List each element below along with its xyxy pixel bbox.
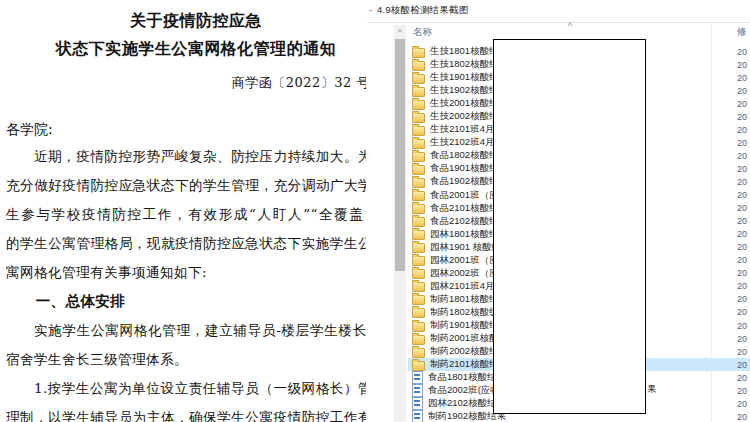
- folder-icon: [412, 48, 425, 58]
- document-line: 的学生公寓管理格局，现就疫情防控应急状态下实施学生公: [6, 229, 372, 258]
- file-modified-date: 20: [737, 399, 747, 409]
- document-body: 近期，疫情防控形势严峻复杂、防控压力持续加大。为 充分做好疫情防控应急状态下的学…: [0, 142, 392, 422]
- document-line: 理制，以学生辅导员为主体，确保学生公寓疫情防控工作有: [6, 403, 372, 422]
- file-modified-date: 20: [737, 164, 747, 174]
- file-modified-date: 20: [737, 412, 747, 422]
- file-modified-date: 20: [737, 203, 747, 213]
- folder-icon: [412, 126, 425, 136]
- covered-name-fragment: 果: [647, 383, 657, 396]
- redaction-box: [493, 39, 646, 414]
- folder-icon: [412, 204, 425, 214]
- folder-icon: [412, 61, 425, 71]
- file-modified-date: 20: [737, 60, 747, 70]
- document-line: 生参与学校疫情防控工作，有效形成“人盯人”“全覆盖”: [6, 200, 372, 229]
- folder-icon: [412, 165, 425, 175]
- column-header-name[interactable]: 名称: [413, 26, 432, 39]
- document-line: 实施学生公寓网格化管理，建立辅导员-楼层学生楼长-: [6, 316, 372, 345]
- file-modified-date: 20: [737, 229, 747, 239]
- folder-icon: [412, 230, 425, 240]
- folder-icon: [412, 243, 425, 253]
- file-modified-date: 20: [737, 294, 747, 304]
- file-modified-date: 20: [737, 242, 747, 252]
- folder-icon: [412, 217, 425, 227]
- folder-icon: [412, 269, 425, 279]
- vertical-scrollbar[interactable]: ^: [394, 25, 406, 422]
- file-modified-date: 20: [737, 73, 747, 83]
- file-modified-date: 20: [737, 347, 747, 357]
- folder-icon: [412, 87, 425, 97]
- doc-icon: [412, 384, 423, 397]
- document-line: 近期，疫情防控形势严峻复杂、防控压力持续加大。为: [6, 142, 372, 171]
- file-modified-date: 20: [737, 281, 747, 291]
- file-modified-date: 20: [737, 334, 747, 344]
- file-modified-date: 20: [737, 216, 747, 226]
- sort-ascending-icon[interactable]: ^: [568, 21, 572, 31]
- file-modified-date: 20: [737, 112, 747, 122]
- title-separator-dash: -: [369, 5, 372, 15]
- folder-icon: [412, 139, 425, 149]
- doc-icon: [412, 397, 423, 410]
- folder-icon: [412, 152, 425, 162]
- screenshot-root: 关于疫情防控应急 状态下实施学生公寓网格化管理的通知 商学函〔2022〕32 号…: [0, 0, 750, 422]
- explorer-pane: - 4.9核酸检测结果截图 ^ 名称 ^ 修 生技1801核酸结果 20 生技1…: [366, 0, 750, 422]
- file-modified-date: 20: [737, 386, 747, 396]
- file-modified-date: 20: [737, 307, 747, 317]
- folder-icon: [412, 256, 425, 266]
- folder-icon: [412, 282, 425, 292]
- document-line: 1.按学生公寓为单位设立责任辅导员（一级网格长）管: [6, 374, 372, 403]
- scroll-up-icon[interactable]: ^: [394, 25, 406, 38]
- file-modified-date: 20: [737, 99, 747, 109]
- file-modified-date: 20: [737, 86, 747, 96]
- file-modified-date: 20: [737, 360, 747, 370]
- folder-icon: [412, 361, 425, 371]
- file-modified-date: 20: [737, 125, 747, 135]
- file-modified-date: 20: [737, 321, 747, 331]
- document-line: 寓网格化管理有关事项通知如下:: [6, 258, 372, 287]
- explorer-window-title: 4.9核酸检测结果截图: [377, 4, 468, 17]
- scrollbar-thumb[interactable]: [395, 39, 405, 271]
- document-line: 宿舍学生舍长三级管理体系。: [6, 345, 372, 374]
- folder-icon: [412, 348, 425, 358]
- column-header-modified[interactable]: 修: [737, 26, 747, 39]
- folder-icon: [412, 74, 425, 84]
- folder-icon: [412, 322, 425, 332]
- file-modified-date: 20: [737, 177, 747, 187]
- document-title-line1: 关于疫情防控应急: [0, 7, 392, 35]
- file-modified-date: 20: [737, 255, 747, 265]
- doc-icon: [412, 410, 423, 422]
- folder-icon: [412, 113, 425, 123]
- folder-icon: [412, 100, 425, 110]
- document-pane: 关于疫情防控应急 状态下实施学生公寓网格化管理的通知 商学函〔2022〕32 号…: [0, 0, 392, 422]
- document-number: 商学函〔2022〕32 号: [0, 74, 392, 92]
- doc-icon: [412, 371, 423, 384]
- folder-icon: [412, 191, 425, 201]
- folder-icon: [412, 308, 425, 318]
- document-title-line2: 状态下实施学生公寓网格化管理的通知: [0, 35, 392, 63]
- file-modified-date: 20: [737, 138, 747, 148]
- file-modified-date: 20: [737, 47, 747, 57]
- file-modified-date: 20: [737, 151, 747, 161]
- header-divider: [367, 22, 750, 23]
- document-line: 充分做好疫情防控应急状态下的学生管理，充分调动广大学: [6, 171, 372, 200]
- document-salutation: 各学院:: [0, 121, 392, 139]
- folder-icon: [412, 178, 425, 188]
- file-modified-date: 20: [737, 190, 747, 200]
- document-section-heading: 一、总体安排: [6, 287, 372, 316]
- folder-icon: [412, 335, 425, 345]
- file-modified-date: 20: [737, 268, 747, 278]
- folder-icon: [412, 295, 425, 305]
- file-modified-date: 20: [737, 373, 747, 383]
